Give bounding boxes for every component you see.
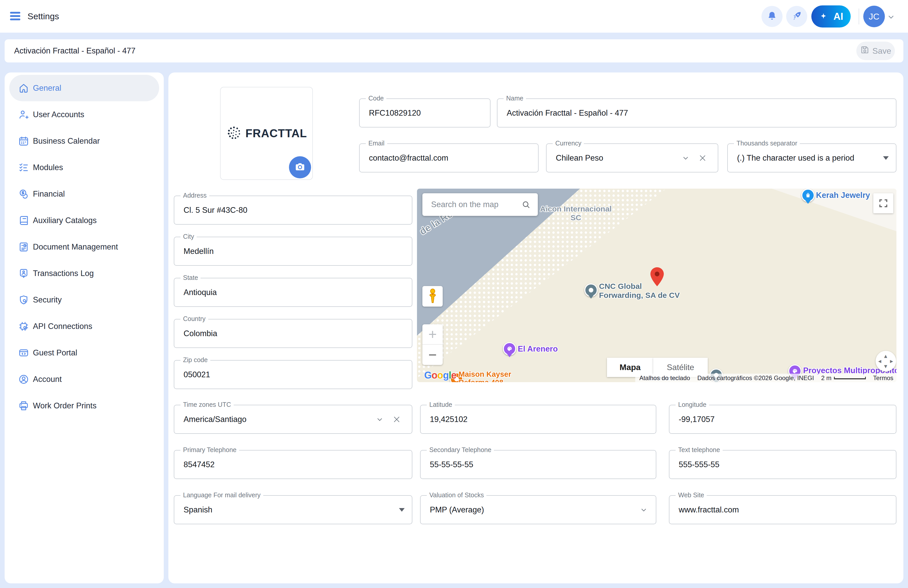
pan-control[interactable]: ▴ ▾ ◂ ▸ [876,351,896,371]
pegman-control[interactable] [422,286,443,307]
sidebar-item-api-connections[interactable]: API Connections [9,313,159,339]
fullscreen-button[interactable] [873,193,894,213]
sidebar-item-business-calendar[interactable]: Business Calendar [9,128,159,154]
address-label: Address [180,192,209,199]
name-label: Name [504,95,526,102]
avatar-initials: JC [869,11,879,22]
notifications-button[interactable] [761,6,782,27]
currency-label: Currency [553,140,584,147]
menu-icon[interactable] [10,12,20,21]
poi-pin-arenero[interactable] [503,342,516,355]
save-button[interactable]: Save [856,42,895,60]
sidebar-item-general[interactable]: General [9,75,159,101]
secondary-telephone-field[interactable]: Secondary Telephone 55-55-55-55 [420,450,656,479]
clear-icon[interactable] [392,415,401,424]
sidebar-item-label: Auxiliary Catalogs [33,216,97,225]
sidebar-item-guest-portal[interactable]: Guest Portal [9,339,159,366]
terms-link[interactable]: Termos [873,374,894,382]
save-icon [860,45,869,56]
sidebar-item-label: Security [33,295,62,305]
clear-icon[interactable] [698,154,707,162]
thousands-separator-label: Thousands separator [734,140,800,147]
poi-label-aicon: Aicon Internacional SC [537,204,614,222]
country-value: Colombia [174,329,217,338]
document-clock-icon [18,241,29,252]
name-field[interactable]: Name Activación Fracttal - Español - 477 [497,98,897,127]
sidebar-item-auxiliary-catalogs[interactable]: Auxiliary Catalogs [9,207,159,234]
zip-code-field[interactable]: Zip code 050021 [174,360,412,389]
primary-telephone-field[interactable]: Primary Telephone 8547452 [174,450,412,479]
zoom-control: + − [422,325,443,365]
sidebar-item-work-order-prints[interactable]: Work Order Prints [9,392,159,419]
thousands-separator-value: (.) The character used is a period [728,153,854,163]
stock-valuation-select[interactable]: Valuation of Stocks PMP (Average) [420,495,656,524]
sidebar-item-label: Modules [33,163,63,172]
sidebar-item-label: Guest Portal [33,348,77,357]
dropdown-arrow-icon[interactable] [399,508,405,512]
sidebar-item-label: General [33,84,61,93]
chevron-down-icon[interactable] [887,13,895,22]
change-logo-button[interactable] [289,156,311,178]
poi-pin-kerah[interactable] [801,189,815,202]
mail-language-select[interactable]: Language For mail delivery Spanish [174,495,412,524]
chevron-down-icon[interactable] [376,416,383,423]
secondary-telephone-value: 55-55-55-55 [420,460,473,469]
zoom-out-button[interactable]: − [422,345,443,365]
longitude-field[interactable]: Longitude -99,17057 [669,405,897,434]
stock-valuation-label: Valuation of Stocks [427,492,486,499]
home-icon [18,82,29,94]
sidebar-item-modules[interactable]: Modules [9,154,159,181]
ai-assistant-button[interactable]: AI [811,5,851,27]
secondary-telephone-label: Secondary Telephone [427,446,494,454]
sidebar-item-security[interactable]: Security [9,286,159,313]
poi-pin-cnc[interactable] [584,283,598,297]
city-field[interactable]: City Medellín [174,237,412,266]
keyboard-shortcuts-link[interactable]: Atalhos do teclado [639,374,690,382]
sidebar-item-financial[interactable]: Financial [9,181,159,207]
save-button-label: Save [873,46,891,56]
website-field[interactable]: Web Site www.fracttal.com [669,495,897,524]
address-value: Cl. 5 Sur #43C-80 [174,206,247,215]
sidebar-item-document-management[interactable]: Document Management [9,234,159,260]
text-telephone-field[interactable]: Text telephone 555-555-55 [669,450,897,479]
google-map[interactable]: de la Reforma Aicon Internacional SC Sea… [417,189,897,382]
sidebar-item-account[interactable]: Account [9,366,159,392]
google-logo: Google [424,370,456,381]
timezone-field[interactable]: Time zones UTC America/Santiago [174,405,412,434]
primary-telephone-value: 8547452 [174,460,215,469]
chevron-down-icon[interactable] [640,506,647,514]
latitude-label: Latitude [427,401,455,408]
address-field[interactable]: Address Cl. 5 Sur #43C-80 [174,196,412,225]
sparkle-icon [820,13,827,20]
avatar[interactable]: JC [863,6,885,27]
map-search-placeholder: Search on the map [431,200,522,209]
email-field[interactable]: Email contacto@fracttal.com [359,143,539,172]
code-field[interactable]: Code RFC10829120 [359,98,491,127]
currency-field[interactable]: Currency Chilean Peso [546,143,718,172]
printer-icon [18,400,29,411]
dropdown-arrow-icon[interactable] [883,156,889,160]
latitude-field[interactable]: Latitude 19,425102 [420,405,656,434]
general-settings-panel: FRACTTAL Code RFC10829120 Name Activació… [168,72,903,583]
country-field[interactable]: Country Colombia [174,319,412,348]
map-search-input[interactable]: Search on the map [422,193,538,216]
longitude-label: Longitude [676,401,709,408]
arrow-down-icon: ▾ [884,363,887,369]
arrow-up-icon: ▴ [884,353,887,359]
whats-new-button[interactable] [786,6,807,27]
sidebar-item-label: Financial [33,190,65,199]
sidebar-item-transactions-log[interactable]: Transactions Log [9,260,159,286]
country-label: Country [180,315,208,323]
website-value: www.fracttal.com [670,505,739,514]
palette-icon [507,346,512,352]
sidebar-item-label: Document Management [33,243,118,252]
zoom-in-button[interactable]: + [422,325,443,345]
thousands-separator-select[interactable]: Thousands separator (.) The character us… [727,143,897,172]
sidebar-item-user-accounts[interactable]: User Accounts [9,101,159,128]
state-field[interactable]: State Antioquia [174,278,412,307]
chevron-down-icon[interactable] [682,154,689,162]
rocket-icon [791,11,802,22]
coin-icon [18,188,29,200]
calendar-icon [18,135,29,147]
arrow-right-icon: ▸ [890,358,893,364]
